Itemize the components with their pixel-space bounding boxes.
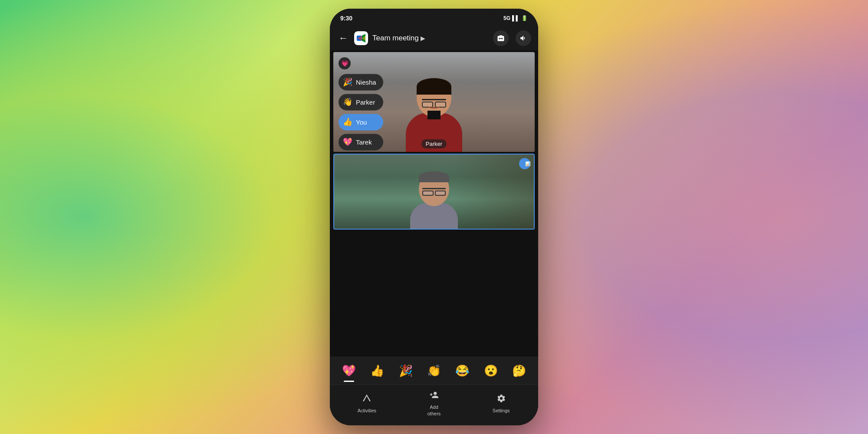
person2-body bbox=[410, 203, 458, 229]
add-others-icon bbox=[429, 390, 439, 402]
meeting-title-chevron: ▶ bbox=[421, 35, 425, 42]
meeting-title: Team meeting ▶ bbox=[372, 34, 489, 43]
emoji-sparkling-heart-btn[interactable]: 💖 bbox=[335, 362, 362, 380]
app-header: ← Team meeting ▶ bbox=[330, 26, 538, 50]
flip-camera-button[interactable] bbox=[493, 30, 509, 46]
settings-label: Settings bbox=[493, 408, 510, 414]
status-time: 9:30 bbox=[340, 15, 352, 22]
participant-video-bottom: 📊 bbox=[333, 154, 535, 230]
emoji-reaction-bar: 💖 👍 🎉 👏 😂 😮 🤔 bbox=[330, 357, 538, 385]
back-button[interactable]: ← bbox=[337, 31, 350, 46]
nav-add-others[interactable]: Addothers bbox=[401, 390, 468, 417]
heart-reaction-badge: 💗 bbox=[339, 57, 351, 69]
person1-hair bbox=[417, 78, 451, 95]
videos-section: 💗 Parker bbox=[330, 50, 538, 357]
nav-settings[interactable]: Settings bbox=[467, 394, 535, 414]
bottom-navigation: Activities Addothers Settings bbox=[330, 385, 538, 425]
header-icons bbox=[493, 30, 531, 46]
emoji-wow-btn[interactable]: 😮 bbox=[477, 362, 504, 380]
meet-logo bbox=[354, 31, 368, 45]
emoji-clap-btn[interactable]: 👏 bbox=[420, 362, 447, 380]
activities-icon bbox=[362, 394, 372, 406]
person2-head bbox=[419, 171, 449, 206]
signal-icon: ▌▌ bbox=[512, 15, 519, 21]
chip-parker-name: Parker bbox=[356, 99, 375, 106]
speaking-indicator: 📊 bbox=[519, 158, 530, 169]
phone-frame: 9:30 5G ▌▌ 🔋 ← Team meeting ▶ bbox=[330, 9, 538, 425]
battery-icon: 🔋 bbox=[521, 15, 528, 21]
person2-hair bbox=[419, 171, 449, 182]
network-indicator: 5G bbox=[503, 15, 510, 21]
activities-label: Activities bbox=[358, 408, 376, 414]
person1-smile bbox=[427, 103, 441, 108]
chip-niesha[interactable]: 🎉 Niesha bbox=[339, 74, 383, 90]
chip-tarek-emoji: 💖 bbox=[343, 137, 352, 147]
emoji-party-btn[interactable]: 🎉 bbox=[392, 362, 419, 380]
emoji-thumbs-up-btn[interactable]: 👍 bbox=[363, 362, 391, 380]
reaction-chips-panel: 🎉 Niesha 👋 Parker 👍 You 💖 Tarek bbox=[339, 74, 383, 150]
emoji-laugh-btn[interactable]: 😂 bbox=[449, 362, 476, 380]
status-bar: 9:30 5G ▌▌ 🔋 bbox=[330, 9, 538, 26]
chip-parker-emoji: 👋 bbox=[343, 97, 352, 107]
chip-parker[interactable]: 👋 Parker bbox=[339, 94, 383, 110]
nav-activities[interactable]: Activities bbox=[333, 394, 401, 414]
chip-tarek-name: Tarek bbox=[356, 138, 372, 146]
participant-name-overlay: Parker bbox=[421, 139, 447, 148]
chip-you-name: You bbox=[356, 118, 367, 126]
chip-niesha-name: Niesha bbox=[356, 79, 376, 86]
volume-button[interactable] bbox=[516, 30, 531, 46]
content-area: 💗 Parker bbox=[330, 50, 538, 425]
chip-you[interactable]: 👍 You bbox=[339, 114, 383, 130]
emoji-thinking-btn[interactable]: 🤔 bbox=[506, 362, 533, 380]
chip-niesha-emoji: 🎉 bbox=[343, 77, 352, 87]
person1-collar bbox=[427, 111, 441, 119]
add-others-label: Addothers bbox=[427, 404, 441, 417]
status-icons: 5G ▌▌ 🔋 bbox=[503, 15, 528, 21]
settings-icon bbox=[496, 394, 506, 406]
chip-you-emoji: 👍 bbox=[343, 117, 352, 127]
chip-tarek[interactable]: 💖 Tarek bbox=[339, 134, 383, 150]
